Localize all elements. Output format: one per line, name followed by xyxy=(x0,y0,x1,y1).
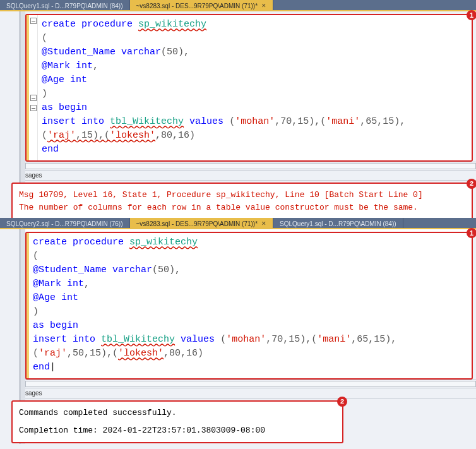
zoom-status: 248 % xyxy=(0,162,476,171)
callout-1-icon: 1 xyxy=(467,10,476,20)
lower-messages: 2 Commands completed successfully. Compl… xyxy=(11,400,343,443)
messages-tab[interactable]: iMessages xyxy=(0,388,476,398)
scrollbar-icon[interactable] xyxy=(25,163,476,169)
fold-toggle-icon[interactable] xyxy=(30,105,37,111)
upper-pane: SQLQuery1.sql - D...R79PQ\ADMIN (84)) ~v… xyxy=(0,0,476,218)
code-area[interactable]: create procedure sp_wikitechy ( @Student… xyxy=(38,15,472,160)
tab-label: SQLQuery1.sql - D...R79PQ\ADMIN (84)) xyxy=(6,3,123,9)
tab-sqlquery2[interactable]: SQLQuery2.sql - D...R79PQ\ADMIN (76)) xyxy=(0,218,130,228)
callout-2-icon: 2 xyxy=(337,397,347,407)
error-message-line1: Msg 10709, Level 16, State 1, Procedure … xyxy=(19,189,465,201)
close-icon[interactable]: ✕ xyxy=(261,3,266,9)
messages-tab[interactable]: iMessages xyxy=(0,171,476,181)
tab-label: ~vs8283.sql - DES...9R79PQ\ADMIN (71))* xyxy=(136,3,258,9)
tab-label: SQLQuery2.sql - D...R79PQ\ADMIN (76)) xyxy=(6,220,123,227)
tab-sqlquery1[interactable]: SQLQuery1.sql - D...R79PQ\ADMIN (84)) xyxy=(0,0,130,10)
code-area[interactable]: create procedure sp_wikitechy ( @Student… xyxy=(29,233,472,378)
tab-vs8283-lower[interactable]: ~vs8283.sql - DES...9R79PQ\ADMIN (71))*✕ xyxy=(130,218,274,228)
tab-label: SQLQuery1.sql - D...R79PQ\ADMIN (84)) xyxy=(280,220,396,227)
fold-toggle-icon[interactable] xyxy=(30,18,37,24)
upper-tabstrip: SQLQuery1.sql - D...R79PQ\ADMIN (84)) ~v… xyxy=(0,0,476,11)
callout-2-icon: 2 xyxy=(467,179,476,189)
success-message: Commands completed successfully. xyxy=(19,407,336,419)
tab-sqlquery1-lower[interactable]: SQLQuery1.sql - D...R79PQ\ADMIN (84)) xyxy=(273,218,403,228)
tab-vs8283[interactable]: ~vs8283.sql - DES...9R79PQ\ADMIN (71))*✕ xyxy=(130,0,274,10)
error-message-line2: The number of columns for each row in a … xyxy=(19,201,465,214)
fold-gutter xyxy=(29,15,38,160)
callout-1-icon: 1 xyxy=(467,228,476,238)
lower-tabstrip: SQLQuery2.sql - D...R79PQ\ADMIN (76)) ~v… xyxy=(0,218,476,229)
completion-time: Completion time: 2024-01-22T23:57:01.380… xyxy=(19,424,336,437)
tab-label: ~vs8283.sql - DES...9R79PQ\ADMIN (71))* xyxy=(136,220,258,227)
scrollbar-icon[interactable] xyxy=(25,381,476,387)
lower-editor: 1 create procedure sp_wikitechy ( @Stude… xyxy=(25,232,473,380)
upper-editor: 1 create procedure sp_wikitechy ( @Stude… xyxy=(25,14,473,162)
fold-toggle-icon[interactable] xyxy=(30,95,37,101)
close-icon[interactable]: ✕ xyxy=(261,220,266,227)
lower-pane: SQLQuery2.sql - D...R79PQ\ADMIN (76)) ~v… xyxy=(0,218,476,444)
zoom-status: 248 % xyxy=(0,380,476,388)
